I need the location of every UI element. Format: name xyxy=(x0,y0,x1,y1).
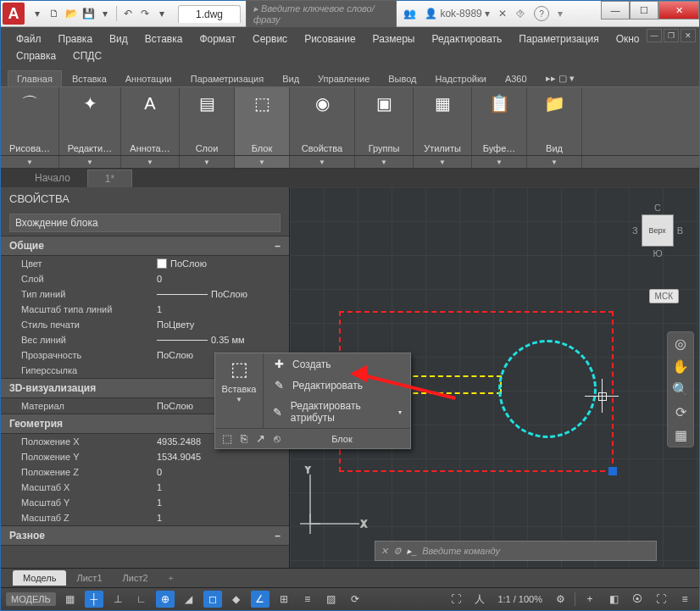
sb-lwt-icon[interactable]: ≡ xyxy=(298,591,317,608)
doc-tab-start[interactable]: Начало xyxy=(18,169,87,186)
ribbon-panel[interactable]: 📋Буфе… xyxy=(472,87,527,155)
props-row[interactable]: Положение Y1534.9045 xyxy=(1,449,289,464)
sb-trans-icon[interactable]: ▨ xyxy=(322,591,341,608)
layout-tab[interactable]: Лист2 xyxy=(113,570,158,586)
minimize-button[interactable]: — xyxy=(601,1,630,19)
orbit-icon[interactable]: ⟳ xyxy=(675,404,686,420)
panel-expand[interactable]: ▼ xyxy=(121,156,180,168)
dd-icon-3[interactable]: ↗ xyxy=(256,432,265,445)
panel-expand[interactable]: ▼ xyxy=(180,156,235,168)
ribbon-tab[interactable]: Параметризация xyxy=(182,71,272,86)
menu-Параметризация[interactable]: Параметризация xyxy=(510,31,607,47)
props-row[interactable]: Стиль печатиПоЦвету xyxy=(1,317,289,332)
wheel-icon[interactable]: ◎ xyxy=(675,336,686,352)
user-icon[interactable]: 👤 kok-8989 ▾ xyxy=(425,8,490,19)
ribbon-tab[interactable]: Вид xyxy=(274,71,308,86)
ucs-label[interactable]: МСК xyxy=(649,289,679,303)
ribbon-tab[interactable]: Вставка xyxy=(64,71,115,86)
ribbon-tab[interactable]: Управление xyxy=(309,71,378,86)
panel-expand[interactable]: ▼ xyxy=(59,156,121,168)
signin-icon[interactable]: 👥 xyxy=(403,8,416,19)
a360-icon[interactable]: ⯑ xyxy=(515,8,525,19)
props-section[interactable]: Разное– xyxy=(1,525,289,546)
ribbon-panel[interactable]: AАннота… xyxy=(121,87,180,155)
sb-units-icon[interactable]: ⛶ xyxy=(447,591,465,608)
status-zoom[interactable]: 1:1 / 100% xyxy=(494,594,546,604)
ribbon-overflow[interactable]: ▸▸ ▢ ▾ xyxy=(537,70,583,86)
redo-icon[interactable]: ↷ xyxy=(137,6,153,21)
ribbon-panel[interactable]: ◉Свойства xyxy=(290,87,355,155)
file-tab[interactable]: 1.dwg xyxy=(178,5,241,23)
sb-iso-icon[interactable]: ◢ xyxy=(180,591,198,608)
help-icon[interactable]: ? xyxy=(534,6,549,21)
sb-3dosnap-icon[interactable]: ◆ xyxy=(227,591,246,608)
sb-snap-icon[interactable]: ┼ xyxy=(85,591,103,608)
ribbon-tab[interactable]: Аннотации xyxy=(117,71,181,86)
dd-icon-4[interactable]: ⎋ xyxy=(274,432,281,445)
sb-infer-icon[interactable]: ⊥ xyxy=(108,591,127,608)
props-row[interactable]: Масштаб Y1 xyxy=(1,495,289,510)
sb-grid-icon[interactable]: ▦ xyxy=(61,591,80,608)
menu-Вставка[interactable]: Вставка xyxy=(136,31,192,47)
ribbon-tab[interactable]: Главная xyxy=(8,70,62,86)
ribbon-panel[interactable]: ▤Слои xyxy=(180,87,235,155)
help-more-icon[interactable]: ▾ xyxy=(558,8,563,19)
sb-ortho-icon[interactable]: ∟ xyxy=(132,591,151,608)
menu-Файл[interactable]: Файл xyxy=(8,31,50,47)
showmotion-icon[interactable]: ▦ xyxy=(675,427,687,443)
new-file-icon[interactable]: 🗋 xyxy=(47,6,62,21)
panel-expand[interactable]: ▼ xyxy=(1,156,59,168)
props-row[interactable]: Слой0 xyxy=(1,271,289,286)
zoom-icon[interactable]: 🔍 xyxy=(672,381,689,397)
ribbon-tab[interactable]: Надстройки xyxy=(427,71,495,86)
props-section[interactable]: Общие– xyxy=(1,236,289,256)
status-model[interactable]: МОДЕЛЬ xyxy=(6,592,56,606)
dd-icon-2[interactable]: ⎘ xyxy=(241,432,247,445)
qat-more-icon[interactable]: ▾ xyxy=(154,6,169,21)
ribbon-panel[interactable]: 📁Вид xyxy=(527,87,582,155)
dd-icon-1[interactable]: ⬚ xyxy=(222,432,232,445)
search-input[interactable]: ▸ Введите ключевое слово/фразу xyxy=(246,0,397,28)
sb-clean-icon[interactable]: ⛶ xyxy=(652,591,670,608)
close-button[interactable]: ✕ xyxy=(658,1,699,19)
props-row[interactable]: Масштаб Z1 xyxy=(1,510,289,525)
sb-gear-icon[interactable]: ⚙ xyxy=(551,591,569,608)
menu-Рисование[interactable]: Рисование xyxy=(296,31,364,47)
sb-otrack-icon[interactable]: ∠ xyxy=(251,591,269,608)
ribbon-tab[interactable]: Вывод xyxy=(380,71,425,86)
mdi-close-button[interactable]: ✕ xyxy=(681,29,696,42)
cmd-settings-icon[interactable]: ⚙ xyxy=(393,546,402,557)
props-row[interactable]: Тип линий ПоСлою xyxy=(1,286,289,302)
menu-Сервис[interactable]: Сервис xyxy=(244,31,296,47)
block-circle[interactable] xyxy=(498,340,597,438)
mdi-min-button[interactable]: — xyxy=(647,29,662,42)
props-row[interactable]: Вес линий 0.35 мм xyxy=(1,332,289,347)
layout-add[interactable]: + xyxy=(158,570,184,586)
props-row[interactable]: Масштаб X1 xyxy=(1,480,289,495)
sb-cycle-icon[interactable]: ⟳ xyxy=(346,591,364,608)
menu-СПДС[interactable]: СПДС xyxy=(64,47,110,64)
pan-icon[interactable]: ✋ xyxy=(672,358,689,375)
command-input[interactable]: ✕ ⚙ ▸_ Введите команду xyxy=(375,541,657,561)
menu-Окно[interactable]: Окно xyxy=(608,31,648,47)
menu-Справка[interactable]: Справка xyxy=(8,47,64,64)
panel-expand[interactable]: ▼ xyxy=(290,156,355,168)
props-row[interactable]: Масштаб типа линий1 xyxy=(1,302,289,317)
sb-ann-icon[interactable]: ⦿ xyxy=(628,591,647,608)
ribbon-tab[interactable]: A360 xyxy=(497,71,536,86)
sb-qp-icon[interactable]: ◧ xyxy=(604,591,623,608)
layout-tab[interactable]: Модель xyxy=(13,570,66,586)
menu-Формат[interactable]: Формат xyxy=(191,31,244,47)
sb-dyn-icon[interactable]: ⊞ xyxy=(275,591,293,608)
save-icon[interactable]: 💾 xyxy=(81,6,96,21)
menu-Вид[interactable]: Вид xyxy=(101,31,136,47)
open-icon[interactable]: 📂 xyxy=(64,6,79,21)
sb-custom-icon[interactable]: ≡ xyxy=(675,591,694,608)
doc-tab-active[interactable]: 1* xyxy=(87,169,132,187)
mdi-restore-button[interactable]: ❐ xyxy=(664,29,679,42)
ribbon-panel[interactable]: ▣Группы xyxy=(355,87,414,155)
sb-osnap-icon[interactable]: ◻ xyxy=(203,591,222,608)
exchange-icon[interactable]: ✕ xyxy=(498,8,507,19)
panel-expand[interactable]: ▼ xyxy=(527,156,582,168)
menu-Редактировать[interactable]: Редактировать xyxy=(423,31,510,47)
